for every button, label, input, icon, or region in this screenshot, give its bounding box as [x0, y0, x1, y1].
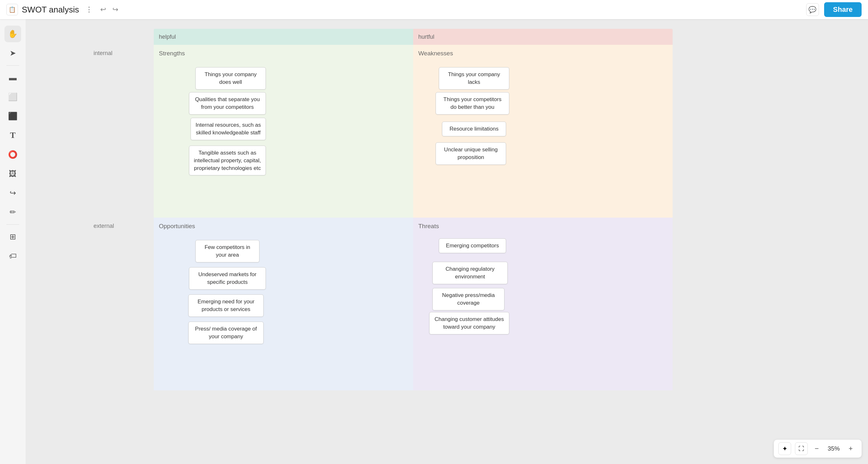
redo-button[interactable]: ↪	[111, 4, 120, 15]
opportunities-quadrant: Opportunities Few competitors in your ar…	[154, 218, 413, 390]
tool-tag[interactable]: 🏷	[4, 248, 21, 264]
weakness-card-3-text: Resource limitations	[450, 126, 498, 132]
threat-card-4-text: Changing customer attitudes toward your …	[435, 316, 504, 330]
strength-card-4-text: Tangible assets such as intellectual pro…	[194, 150, 261, 171]
weakness-card-1[interactable]: Things your company lacks	[439, 67, 509, 90]
weakness-card-1-text: Things your company lacks	[448, 71, 500, 85]
tool-select[interactable]: ➤	[4, 45, 21, 61]
hurtful-label: hurtful	[418, 34, 434, 40]
strength-card-1[interactable]: Things your company does well	[195, 67, 266, 90]
tool-note[interactable]: ▬	[4, 69, 21, 86]
opportunities-title: Opportunities	[159, 223, 408, 230]
threats-quadrant: Threats Emerging competitors Changing re…	[413, 218, 673, 390]
internal-row: internal Strengths Things your company d…	[90, 45, 705, 218]
weakness-card-4[interactable]: Unclear unique selling proposition	[436, 142, 506, 165]
text-icon: T	[10, 131, 16, 140]
hand-icon: ✋	[8, 29, 18, 38]
zoom-in-button[interactable]: +	[844, 442, 857, 455]
expand-button[interactable]: ⛶	[795, 442, 808, 455]
topbar: 📋 SWOT analysis ⋮ ↩ ↪ 💬 Share	[0, 0, 868, 19]
weakness-card-4-text: Unclear unique selling proposition	[444, 146, 497, 160]
tool-image[interactable]: 🖼	[4, 165, 21, 182]
swot-grid: helpful hurtful internal Strengths Thing…	[90, 29, 705, 390]
tool-shape[interactable]: ⭕	[4, 146, 21, 163]
strength-card-2[interactable]: Qualities that separate you from your co…	[189, 92, 266, 114]
more-menu-button[interactable]: ⋮	[83, 4, 95, 15]
comment-button[interactable]: 💬	[806, 3, 819, 16]
expand-icon: ⛶	[799, 445, 804, 452]
select-icon: ➤	[10, 48, 16, 58]
threat-card-3[interactable]: Negative press/media coverage	[432, 288, 504, 310]
internal-label: internal	[94, 50, 113, 57]
tool-sticky[interactable]: ⬜	[4, 89, 21, 105]
threats-title: Threats	[418, 223, 668, 230]
opportunity-card-1[interactable]: Few competitors in your area	[195, 240, 259, 262]
external-label: external	[94, 223, 114, 229]
sparkle-icon: ✦	[782, 445, 787, 453]
threat-card-4[interactable]: Changing customer attitudes toward your …	[429, 312, 509, 334]
opportunity-card-4[interactable]: Press/ media coverage of your company	[188, 322, 264, 344]
topbar-left: 📋 SWOT analysis ⋮ ↩ ↪	[6, 4, 120, 15]
weakness-card-2[interactable]: Things your competitors do better than y…	[436, 92, 509, 114]
opportunity-card-1-text: Few competitors in your area	[205, 244, 250, 258]
strength-card-2-text: Qualities that separate you from your co…	[195, 96, 260, 110]
sidebar-divider-1	[6, 65, 19, 66]
sparkle-button[interactable]: ✦	[778, 442, 791, 455]
external-row: external Opportunities Few competitors i…	[90, 218, 705, 390]
threat-card-2[interactable]: Changing regulatory environment	[432, 262, 508, 284]
undo-button[interactable]: ↩	[99, 4, 107, 15]
tag-icon: 🏷	[9, 252, 17, 261]
zoom-level: 35%	[826, 445, 842, 452]
swot-header-row: helpful hurtful	[154, 29, 705, 45]
weaknesses-quadrant: Weaknesses Things your company lacks Thi…	[413, 45, 673, 218]
internal-label-cell: internal	[90, 45, 154, 218]
share-button[interactable]: Share	[824, 2, 862, 17]
strength-card-1-text: Things your company does well	[205, 71, 257, 85]
topbar-right: 💬 Share	[806, 2, 862, 17]
pen-icon: ✏	[10, 208, 16, 217]
threat-card-2-text: Changing regulatory environment	[445, 266, 495, 280]
zoom-out-button[interactable]: −	[810, 442, 823, 455]
app-logo: 📋	[6, 4, 18, 15]
arrow-icon: ↪	[10, 189, 16, 197]
threat-card-3-text: Negative press/media coverage	[442, 292, 495, 306]
table-icon: ⊞	[10, 232, 16, 241]
sidebar-divider-2	[6, 224, 19, 225]
strength-card-3-text: Internal resources, such as skilled know…	[195, 122, 261, 136]
opportunity-card-4-text: Press/ media coverage of your company	[195, 326, 257, 339]
tool-table[interactable]: ⊞	[4, 229, 21, 245]
helpful-label: helpful	[159, 34, 176, 40]
image-icon: 🖼	[9, 169, 17, 178]
note-icon: ▬	[9, 73, 17, 82]
weakness-card-3[interactable]: Resource limitations	[442, 122, 506, 136]
opportunity-card-2[interactable]: Undeserved markets for specific products	[189, 267, 266, 290]
tool-hand[interactable]: ✋	[4, 26, 21, 42]
hurtful-header: hurtful	[413, 29, 673, 45]
helpful-header: helpful	[154, 29, 413, 45]
opportunity-card-2-text: Undeserved markets for specific products	[198, 271, 256, 285]
opportunity-card-3-text: Emerging need for your products or servi…	[197, 299, 255, 312]
weaknesses-title: Weaknesses	[418, 50, 668, 57]
frame-icon: ⬛	[8, 112, 18, 121]
zoom-in-icon: +	[849, 444, 853, 453]
tool-arrow[interactable]: ↪	[4, 185, 21, 201]
strengths-title: Strengths	[159, 50, 408, 57]
shape-icon: ⭕	[8, 150, 18, 159]
bottombar: ✦ ⛶ − 35% +	[774, 440, 862, 458]
tool-pen[interactable]: ✏	[4, 204, 21, 221]
tool-text[interactable]: T	[4, 127, 21, 144]
external-label-cell: external	[90, 218, 154, 390]
strengths-quadrant: Strengths Things your company does well …	[154, 45, 413, 218]
sidebar: ✋ ➤ ▬ ⬜ ⬛ T ⭕ 🖼 ↪ ✏ ⊞ 🏷	[0, 19, 26, 464]
document-title: SWOT analysis	[22, 5, 79, 15]
tool-frame[interactable]: ⬛	[4, 108, 21, 125]
threat-card-1[interactable]: Emerging competitors	[439, 238, 506, 253]
strength-card-4[interactable]: Tangible assets such as intellectual pro…	[189, 145, 266, 175]
logo-icon: 📋	[9, 6, 16, 13]
canvas: helpful hurtful internal Strengths Thing…	[26, 19, 868, 464]
comment-icon: 💬	[808, 6, 816, 13]
zoom-out-icon: −	[815, 444, 819, 453]
sticky-icon: ⬜	[8, 93, 18, 101]
strength-card-3[interactable]: Internal resources, such as skilled know…	[191, 118, 266, 140]
opportunity-card-3[interactable]: Emerging need for your products or servi…	[188, 294, 264, 317]
